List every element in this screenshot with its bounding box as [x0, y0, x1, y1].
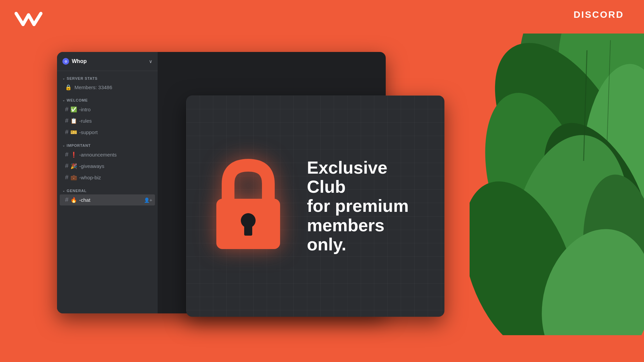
channel-emoji: ✅ — [70, 106, 77, 113]
chevron-down-icon: ∨ — [149, 59, 152, 64]
channel-emoji: 🎫 — [70, 129, 77, 135]
channel-name: -chat — [79, 197, 90, 203]
category-general: ⌄ GENERAL — [57, 183, 158, 194]
category-server-stats: ⌄ SERVER STATS — [57, 71, 158, 82]
discord-label: DISCORD — [574, 9, 624, 20]
members-stat: 🔒 Members: 33486 — [60, 82, 155, 93]
channel-name: -rules — [79, 118, 92, 124]
add-member-icon[interactable]: 👤+ — [144, 197, 152, 203]
channel-support[interactable]: # 🎫 -support — [60, 127, 155, 138]
hash-icon: # — [65, 196, 68, 203]
server-icon: ⚙ — [62, 58, 69, 65]
server-name: Whop — [72, 58, 87, 64]
channel-whop-biz[interactable]: # 💼 -whop-biz — [60, 172, 155, 183]
locked-content-panel: Exclusive Club for premium members only. — [186, 96, 444, 317]
leaf-decoration — [470, 34, 644, 335]
exclusive-text: Exclusive Club for premium members only. — [307, 158, 421, 254]
channel-name: -giveaways — [79, 163, 104, 169]
hash-icon: # — [65, 129, 68, 136]
category-label-welcome: ⌄ WELCOME — [62, 98, 152, 102]
hash-icon: # — [65, 163, 68, 170]
channel-name: -announcements — [79, 152, 117, 158]
hash-icon: # — [65, 117, 68, 124]
channel-emoji: 📋 — [70, 118, 77, 124]
category-label-general: ⌄ GENERAL — [62, 189, 152, 193]
channel-name: -whop-biz — [79, 175, 101, 180]
category-label-important: ⌄ IMPORTANT — [62, 143, 152, 147]
channel-name: -intro — [79, 107, 91, 112]
channel-rules[interactable]: # 📋 -rules — [60, 115, 155, 126]
channel-announcements[interactable]: # ❗ -announcements — [60, 149, 155, 160]
category-important: ⌄ IMPORTANT — [57, 138, 158, 149]
hash-icon: # — [65, 151, 68, 158]
category-arrow: ⌄ — [62, 77, 65, 80]
lock-icon: 🔒 — [65, 84, 72, 90]
lock-icon-large — [210, 159, 287, 254]
category-welcome: ⌄ WELCOME — [57, 93, 158, 104]
hash-icon: # — [65, 106, 68, 113]
channel-emoji: 🎉 — [70, 163, 77, 169]
channel-giveaways[interactable]: # 🎉 -giveaways — [60, 161, 155, 172]
channel-name: -support — [79, 129, 98, 135]
channel-emoji: 🔥 — [70, 197, 77, 203]
channel-emoji: 💼 — [70, 174, 77, 181]
hash-icon: # — [65, 174, 68, 181]
whop-logo — [13, 9, 44, 29]
category-label-server-stats: ⌄ SERVER STATS — [62, 76, 152, 80]
members-text: Members: 33486 — [74, 84, 112, 90]
svg-rect-16 — [244, 224, 252, 236]
channel-intro[interactable]: # ✅ -intro — [60, 104, 155, 115]
channel-chat[interactable]: # 🔥 -chat 👤+ — [60, 194, 155, 205]
channel-emoji: ❗ — [70, 152, 77, 158]
front-panel-content: Exclusive Club for premium members only. — [196, 145, 434, 267]
server-header[interactable]: ⚙ Whop ∨ — [57, 52, 158, 71]
sidebar: ⚙ Whop ∨ ⌄ SERVER STATS 🔒 Members: 33486… — [57, 52, 158, 313]
